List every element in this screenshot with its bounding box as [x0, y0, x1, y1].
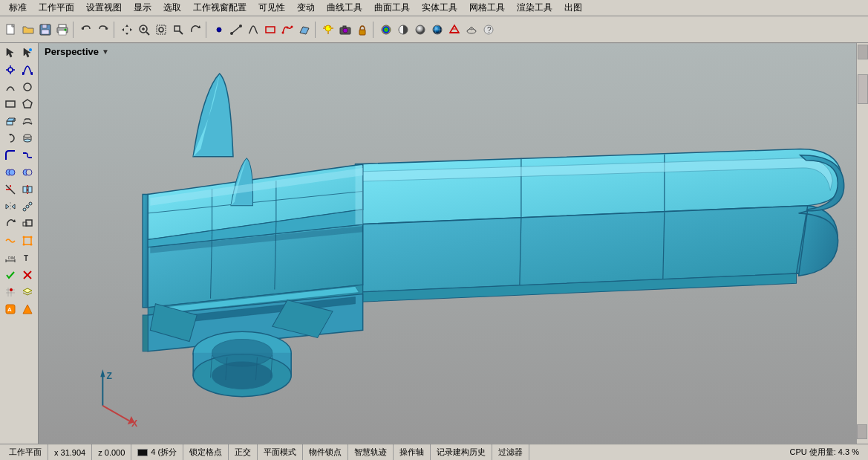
menu-solid-tools[interactable]: 实体工具: [416, 0, 463, 16]
toolbar-btn-surface[interactable]: [296, 22, 313, 38]
sidebar-btn-cross[interactable]: [19, 267, 36, 283]
viewport-scrollbar-right[interactable]: [856, 43, 868, 444]
sidebar-btn-array[interactable]: [19, 198, 36, 215]
toolbar-btn-redo[interactable]: [95, 22, 111, 38]
sidebar-btn-dimension[interactable]: DIM: [2, 250, 19, 266]
sidebar-btn-pipe[interactable]: [19, 130, 36, 146]
menu-viewport-config[interactable]: 工作视窗配置: [187, 0, 252, 16]
sidebar-btn-blend[interactable]: [19, 147, 36, 163]
toolbar-btn-point[interactable]: [211, 22, 227, 38]
sidebar-btn-scale[interactable]: [19, 216, 36, 232]
sidebar-btn-mirror[interactable]: [2, 198, 19, 215]
sidebar-btn-curve-from-pt[interactable]: [19, 62, 36, 78]
sidebar-btn-checkmark[interactable]: [2, 267, 19, 283]
sidebar-btn-revolve[interactable]: [2, 130, 19, 146]
svg-point-103: [30, 244, 33, 246]
toolbar-btn-globe-render[interactable]: [429, 22, 446, 38]
sidebar-btn-polygon[interactable]: [19, 96, 36, 112]
sidebar-row-13: DIM T: [2, 250, 36, 266]
sidebar-btn-rect[interactable]: [2, 96, 19, 112]
scroll-thumb[interactable]: [858, 74, 868, 104]
status-snap-grid[interactable]: 锁定格点: [183, 444, 229, 460]
menu-transform[interactable]: 变动: [291, 0, 321, 16]
sidebar-btn-layer[interactable]: [19, 284, 36, 300]
toolbar-btn-save[interactable]: [37, 22, 53, 38]
viewport[interactable]: Perspective ▼: [39, 43, 868, 444]
toolbar-btn-zoom-ext[interactable]: [153, 22, 169, 38]
svg-line-26: [232, 26, 241, 33]
scroll-up-btn[interactable]: [858, 45, 868, 59]
status-snap-ortho[interactable]: 正交: [229, 444, 258, 460]
sidebar-btn-select[interactable]: [2, 45, 19, 61]
status-snap-osnap[interactable]: 物件锁点: [303, 444, 348, 460]
menu-surface-tools[interactable]: 曲面工具: [368, 0, 416, 16]
toolbar-btn-camera-tool[interactable]: [337, 22, 353, 38]
sidebar-btn-text[interactable]: T: [19, 250, 36, 266]
toolbar-btn-line-tool[interactable]: [228, 22, 244, 38]
toolbar-btn-pan[interactable]: [119, 22, 135, 38]
toolbar-btn-lock-tool[interactable]: [354, 22, 371, 38]
sidebar-btn-cage[interactable]: [19, 233, 36, 249]
scroll-down-btn[interactable]: [857, 424, 867, 439]
toolbar-btn-open[interactable]: [20, 22, 36, 38]
sidebar-btn-fillet[interactable]: [2, 147, 19, 163]
toolbar-btn-sphere-render[interactable]: [412, 22, 428, 38]
sidebar-btn-grid-snap[interactable]: [2, 284, 19, 300]
svg-rect-5: [42, 30, 49, 34]
toolbar-btn-half-circle[interactable]: [395, 22, 411, 38]
toolbar-btn-zoom[interactable]: [136, 22, 152, 38]
sidebar-btn-orange-b[interactable]: [19, 301, 36, 317]
viewport-dropdown-arrow[interactable]: ▼: [102, 48, 109, 56]
menu-standard[interactable]: 标准: [3, 0, 33, 16]
toolbar-btn-zoom-win[interactable]: [170, 22, 186, 38]
menu-select[interactable]: 选取: [157, 0, 187, 16]
sidebar-btn-flow[interactable]: [2, 233, 19, 249]
toolbar-btn-print[interactable]: [54, 22, 71, 38]
sidebar-btn-circle[interactable]: [19, 79, 36, 95]
toolbar-sep-4: [315, 22, 318, 38]
toolbar-btn-new[interactable]: [3, 22, 19, 38]
sidebar-btn-split[interactable]: [19, 181, 36, 198]
toolbar-btn-grid-render[interactable]: [463, 22, 480, 38]
toolbar-btn-rotate-view[interactable]: [187, 22, 203, 38]
sidebar-btn-extrude[interactable]: [2, 113, 19, 129]
status-snap-history[interactable]: 记录建构历史: [431, 444, 492, 460]
status-snap-smarttrack[interactable]: 智慧轨迹: [348, 444, 394, 460]
status-snap-filter[interactable]: 过滤器: [492, 444, 529, 460]
sidebar-btn-rotate[interactable]: [2, 216, 19, 232]
toolbar-btn-curve-tool[interactable]: [245, 22, 261, 38]
sidebar-btn-boolean-diff[interactable]: [19, 164, 36, 181]
toolbar-btn-help[interactable]: ?: [480, 22, 497, 38]
svg-rect-41: [343, 26, 346, 28]
status-workplane[interactable]: 工作平面: [3, 444, 48, 460]
sidebar-btn-trim[interactable]: [2, 181, 19, 198]
sidebar-btn-arc[interactable]: [2, 79, 19, 95]
sidebar-btn-boolean-union[interactable]: [2, 164, 19, 181]
menu-setview[interactable]: 设置视图: [80, 0, 128, 16]
toolbar-btn-rectangle[interactable]: [262, 22, 278, 38]
menu-workplane[interactable]: 工作平面: [33, 0, 80, 16]
menu-curve-tools[interactable]: 曲线工具: [321, 0, 368, 16]
menu-visibility[interactable]: 可见性: [252, 0, 291, 16]
sidebar-btn-orange-a[interactable]: A: [2, 301, 19, 317]
toolbar-btn-color-circle[interactable]: [378, 22, 394, 38]
sidebar-btn-move-pt[interactable]: [2, 62, 19, 78]
toolbar-btn-light[interactable]: [320, 22, 336, 38]
svg-line-23: [180, 31, 183, 34]
main-toolbar: ?: [0, 16, 868, 43]
status-layer-text: 4 (拆分: [151, 447, 177, 458]
svg-point-100: [23, 236, 25, 239]
toolbar-btn-mesh-icon[interactable]: [446, 22, 463, 38]
svg-rect-99: [24, 237, 31, 244]
status-snap-gumball[interactable]: 操作轴: [394, 444, 431, 460]
menu-mesh-tools[interactable]: 网格工具: [463, 0, 511, 16]
menu-render-tools[interactable]: 渲染工具: [511, 0, 558, 16]
toolbar-sep-2: [114, 22, 117, 38]
menu-display[interactable]: 显示: [128, 0, 157, 16]
sidebar-btn-loft[interactable]: [19, 113, 36, 129]
menu-output[interactable]: 出图: [558, 0, 588, 16]
toolbar-btn-undo[interactable]: [78, 22, 94, 38]
status-snap-planar[interactable]: 平面模式: [258, 444, 303, 460]
sidebar-btn-point-select[interactable]: [19, 45, 36, 61]
toolbar-btn-freeform[interactable]: [279, 22, 296, 38]
